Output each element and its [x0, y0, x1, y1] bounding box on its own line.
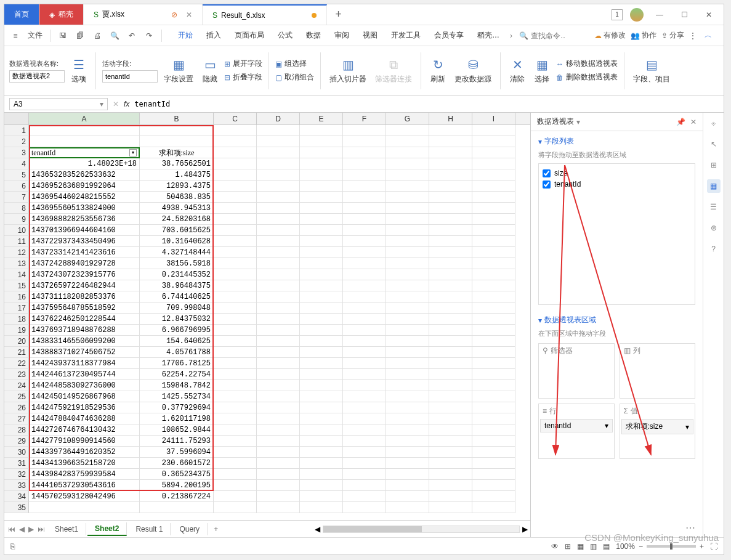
cell[interactable] [386, 158, 429, 169]
cell[interactable] [343, 391, 386, 402]
cell[interactable] [472, 169, 515, 181]
cell[interactable] [472, 192, 515, 203]
select-all-corner[interactable] [4, 113, 29, 124]
row-header[interactable]: 4 [4, 158, 29, 169]
cell[interactable] [386, 302, 429, 314]
file-menu[interactable]: 文件 [25, 28, 45, 43]
cell[interactable] [257, 147, 300, 158]
column-header[interactable]: B [140, 113, 214, 124]
cell[interactable] [300, 413, 343, 424]
field-checkbox[interactable]: size [543, 168, 691, 179]
row-header[interactable]: 17 [4, 302, 29, 314]
cell[interactable]: 1444105372930543616 [29, 480, 140, 491]
cell[interactable] [429, 347, 472, 358]
add-sheet-button[interactable]: + [209, 525, 223, 534]
cell[interactable] [257, 302, 300, 314]
cell[interactable] [300, 136, 343, 147]
cell[interactable] [472, 280, 515, 291]
cell[interactable] [386, 125, 429, 136]
cell[interactable] [386, 214, 429, 225]
cell[interactable]: 159848.7842 [140, 380, 214, 391]
cell[interactable] [257, 336, 300, 347]
cell[interactable] [300, 247, 343, 258]
cell[interactable]: 1437622462501228544 [29, 314, 140, 325]
cell[interactable]: 1443413966352158720 [29, 458, 140, 469]
cell[interactable] [472, 458, 515, 469]
cell[interactable] [300, 436, 343, 447]
share-button[interactable]: ⇪分享 [661, 30, 684, 41]
cell[interactable] [386, 491, 429, 502]
cell[interactable] [429, 491, 472, 502]
ribbon-tab[interactable]: 视图 [357, 26, 384, 46]
cell[interactable] [429, 458, 472, 469]
cell[interactable] [429, 158, 472, 169]
column-header[interactable]: G [386, 113, 429, 124]
cell[interactable] [472, 358, 515, 369]
chevron-down-icon[interactable]: ▾ [538, 316, 542, 325]
cell[interactable] [214, 325, 257, 336]
row-header[interactable]: 11 [4, 236, 29, 247]
row-header[interactable]: 19 [4, 325, 29, 336]
column-header[interactable]: A [29, 113, 140, 124]
maximize-button[interactable]: ☐ [676, 6, 693, 23]
cell[interactable] [429, 236, 472, 247]
cell[interactable] [472, 314, 515, 325]
row-header[interactable]: 10 [4, 225, 29, 236]
row-header[interactable]: 5 [4, 169, 29, 181]
row-header[interactable]: 12 [4, 247, 29, 258]
cell[interactable] [472, 302, 515, 314]
cell[interactable] [343, 258, 386, 269]
fx-icon[interactable]: fx [124, 100, 129, 108]
ribbon-tab[interactable]: 审阅 [328, 26, 355, 46]
cell[interactable]: 1437693718948876288 [29, 325, 140, 336]
cell[interactable]: tenantId▾ [29, 147, 140, 158]
cell[interactable] [214, 358, 257, 369]
view-icon[interactable]: 👁 [551, 542, 559, 551]
cell[interactable]: 703.6015625 [140, 225, 214, 236]
cell[interactable] [300, 347, 343, 358]
cell[interactable] [257, 424, 300, 436]
cell[interactable] [472, 369, 515, 380]
ribbon-tab[interactable]: 公式 [272, 26, 299, 46]
cell[interactable] [300, 225, 343, 236]
chevron-down-icon[interactable]: ▾ [100, 100, 103, 108]
cell[interactable] [257, 314, 300, 325]
cell[interactable] [343, 225, 386, 236]
row-header[interactable]: 35 [4, 502, 29, 513]
cell[interactable] [257, 436, 300, 447]
column-header[interactable]: D [257, 113, 300, 124]
cell[interactable] [300, 314, 343, 325]
cell[interactable] [429, 358, 472, 369]
print-icon[interactable]: 🖨 [90, 28, 105, 43]
cell[interactable] [257, 158, 300, 169]
cell[interactable] [472, 136, 515, 147]
chevron-down-icon[interactable]: ▾ [576, 118, 580, 126]
cell[interactable] [386, 480, 429, 491]
column-header[interactable]: H [429, 113, 472, 124]
cell[interactable] [343, 413, 386, 424]
collapse-ribbon-icon[interactable]: ︿ [701, 29, 715, 43]
cell[interactable] [343, 214, 386, 225]
cell[interactable] [214, 203, 257, 214]
cell[interactable] [429, 314, 472, 325]
cell[interactable] [300, 214, 343, 225]
cell[interactable] [257, 225, 300, 236]
values-area[interactable]: Σ值求和项:size▾ [620, 404, 696, 459]
cell[interactable] [386, 247, 429, 258]
row-header[interactable]: 32 [4, 469, 29, 480]
cell[interactable]: 504638.835 [140, 192, 214, 203]
sidebar-icon[interactable]: ? [707, 242, 721, 256]
cell[interactable] [257, 369, 300, 380]
search-input[interactable] [531, 31, 565, 40]
cell[interactable] [300, 147, 343, 158]
cell[interactable] [214, 269, 257, 280]
cell[interactable]: 1442726746764130432 [29, 424, 140, 436]
cell[interactable] [472, 436, 515, 447]
cell[interactable] [257, 491, 300, 502]
column-area[interactable]: ▥列 [620, 343, 696, 399]
cell[interactable] [300, 480, 343, 491]
row-field-item[interactable]: tenantId▾ [540, 419, 613, 432]
cell[interactable] [300, 469, 343, 480]
cell[interactable] [300, 458, 343, 469]
cell[interactable] [343, 192, 386, 203]
